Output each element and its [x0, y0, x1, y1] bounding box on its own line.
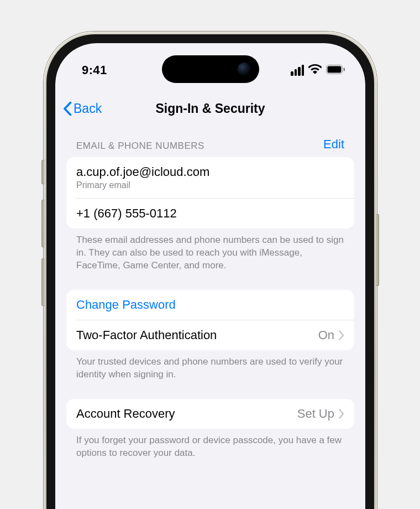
two-factor-label: Two-Factor Authentication — [76, 328, 217, 342]
navigation-bar: Back Sign-In & Security — [55, 93, 365, 124]
wifi-icon — [308, 63, 322, 77]
side-button-silent — [41, 160, 44, 184]
status-bar: 9:41 — [55, 43, 365, 86]
cellular-signal-icon — [291, 65, 304, 76]
contacts-card: a.cup.of.joe@icloud.com Primary email +1… — [66, 157, 354, 228]
side-button-power — [376, 214, 379, 286]
battery-icon — [326, 63, 345, 77]
screen: 9:41 — [55, 43, 365, 509]
two-factor-value: On — [318, 328, 334, 342]
side-button-volume-up — [41, 200, 44, 247]
email-caption: Primary email — [76, 180, 209, 190]
contacts-footer: These email addresses and phone numbers … — [66, 228, 354, 272]
change-password-label: Change Password — [76, 298, 176, 312]
chevron-right-icon — [339, 330, 344, 340]
email-value: a.cup.of.joe@icloud.com — [76, 165, 209, 179]
account-recovery-value: Set Up — [297, 407, 334, 421]
status-time: 9:41 — [82, 63, 107, 77]
phone-value: +1 (667) 555-0112 — [76, 206, 177, 221]
phone-row[interactable]: +1 (667) 555-0112 — [66, 199, 354, 228]
password-footer: Your trusted devices and phone numbers a… — [66, 350, 354, 381]
chevron-left-icon — [63, 101, 72, 116]
recovery-card: Account Recovery Set Up — [66, 399, 354, 429]
primary-email-row[interactable]: a.cup.of.joe@icloud.com Primary email — [66, 157, 354, 198]
account-recovery-label: Account Recovery — [76, 407, 175, 421]
side-button-volume-down — [41, 258, 44, 306]
two-factor-row[interactable]: Two-Factor Authentication On — [66, 320, 354, 350]
change-password-row[interactable]: Change Password — [66, 290, 354, 320]
page-title: Sign-In & Security — [155, 101, 265, 116]
password-card: Change Password Two-Factor Authenticatio… — [66, 290, 354, 350]
phone-frame: 9:41 — [44, 32, 377, 509]
svg-rect-2 — [344, 68, 345, 71]
recovery-footer: If you forget your password or device pa… — [66, 429, 354, 460]
chevron-right-icon — [339, 409, 344, 419]
back-button[interactable]: Back — [63, 101, 102, 116]
section-header-contacts: EMAIL & PHONE NUMBERS — [76, 141, 204, 152]
edit-button[interactable]: Edit — [323, 137, 344, 152]
svg-rect-1 — [328, 66, 342, 73]
back-label: Back — [74, 101, 102, 116]
account-recovery-row[interactable]: Account Recovery Set Up — [66, 399, 354, 429]
